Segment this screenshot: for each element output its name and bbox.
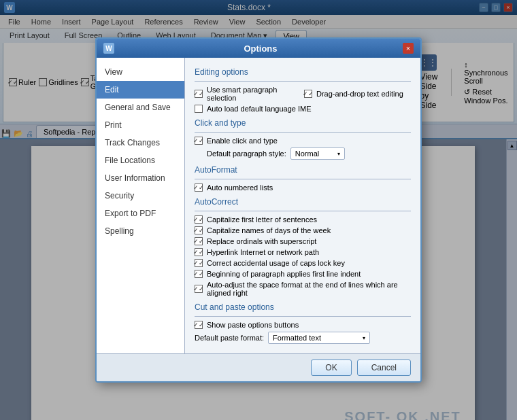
numbered-lists-checkbox[interactable] (195, 183, 203, 192)
nav-security[interactable]: Security (97, 187, 184, 205)
cut-paste-title: Cut and paste options (195, 302, 411, 312)
autocorrect-cb-0[interactable] (195, 215, 203, 224)
auto-load-label: Auto load default language IME (207, 105, 312, 113)
enable-click-type-row: Enable click and type (195, 137, 411, 145)
numbered-lists-label: Auto numbered lists (207, 183, 273, 192)
modal-logo: W (103, 43, 114, 54)
autocorrect-row-5: Beginning of paragraph applies first lin… (195, 270, 411, 278)
autocorrect-cb-2[interactable] (195, 237, 203, 245)
ok-button[interactable]: OK (311, 360, 351, 376)
divider4 (195, 211, 411, 211)
autocorrect-label-4: Correct accidental usage of caps lock ke… (207, 259, 345, 267)
nav-print[interactable]: Print (97, 116, 184, 134)
numbered-lists-row: Auto numbered lists (195, 183, 411, 192)
show-paste-label: Show paste options buttons (207, 321, 299, 329)
modal-title: Options (118, 43, 403, 54)
autocorrect-cb-5[interactable] (195, 270, 203, 278)
autocorrect-row-0: Capitalize first letter of sentences (195, 215, 411, 224)
paragraph-style-dropdown[interactable]: Normal (290, 147, 345, 160)
show-paste-checkbox[interactable] (195, 321, 203, 329)
nav-spelling[interactable]: Spelling (97, 222, 184, 240)
drag-drop-checkbox[interactable] (304, 90, 312, 98)
autocorrect-label-2: Replace ordinals with superscript (207, 237, 316, 245)
divider5 (195, 316, 411, 317)
enable-click-type-label: Enable click and type (207, 137, 278, 145)
autocorrect-label-5: Beginning of paragraph applies first lin… (207, 270, 361, 278)
show-paste-row: Show paste options buttons (195, 321, 411, 329)
autocorrect-cb-6[interactable] (195, 285, 203, 293)
autocorrect-label-3: Hyperlink Internet or network path (207, 248, 319, 256)
drag-drop-label: Drag-and-drop text editing (316, 90, 403, 98)
divider1 (195, 81, 411, 82)
editing-options-rows: Use smart paragraph selection Drag-and-d… (195, 86, 411, 105)
options-dialog: W Options × View Edit General and Save P… (95, 37, 422, 383)
drag-drop-row: Drag-and-drop text editing (304, 86, 411, 102)
nav-user-info[interactable]: User Information (97, 169, 184, 187)
paragraph-style-value: Normal (295, 150, 319, 158)
enable-click-type-checkbox[interactable] (195, 137, 203, 145)
nav-export-pdf[interactable]: Export to PDF (97, 205, 184, 222)
default-format-row: Default paste format: Formatted text (195, 332, 411, 344)
autocorrect-title: AutoCorrect (195, 197, 411, 207)
paste-format-value: Formatted text (273, 334, 321, 342)
auto-load-checkbox[interactable] (195, 105, 203, 113)
modal-close-button[interactable]: × (403, 43, 414, 54)
smart-paragraph-checkbox[interactable] (195, 90, 203, 98)
smart-paragraph-label: Use smart paragraph selection (207, 86, 301, 102)
paste-format-dropdown[interactable]: Formatted text (268, 332, 370, 344)
nav-file-locations[interactable]: File Locations (97, 152, 184, 169)
default-style-row: Default paragraph style: Normal (195, 147, 411, 160)
autocorrect-row-6: Auto-adjust the space format at the end … (195, 281, 411, 297)
autocorrect-row-1: Capitalize names of days of the week (195, 226, 411, 234)
autocorrect-label-6: Auto-adjust the space format at the end … (207, 281, 411, 297)
default-format-label: Default paste format: (195, 334, 264, 342)
editing-options-title: Editing options (195, 67, 411, 77)
modal-sidebar: View Edit General and Save Print Track C… (97, 58, 185, 353)
nav-track-changes[interactable]: Track Changes (97, 134, 184, 152)
autocorrect-cb-3[interactable] (195, 248, 203, 256)
modal-body: View Edit General and Save Print Track C… (97, 58, 420, 353)
autocorrect-label-1: Capitalize names of days of the week (207, 226, 331, 234)
nav-edit[interactable]: Edit (97, 81, 184, 99)
default-style-label: Default paragraph style: (207, 150, 286, 158)
modal-content-pane: Editing options Use smart paragraph sele… (185, 58, 420, 353)
smart-paragraph-row: Use smart paragraph selection (195, 86, 301, 102)
autocorrect-row-4: Correct accidental usage of caps lock ke… (195, 259, 411, 267)
auto-load-row: Auto load default language IME (195, 105, 411, 113)
click-type-title: Click and type (195, 118, 411, 128)
modal-footer: OK Cancel (97, 353, 420, 381)
autocorrect-cb-4[interactable] (195, 259, 203, 267)
autocorrect-cb-1[interactable] (195, 226, 203, 234)
divider2 (195, 132, 411, 133)
autoformat-title: AutoFormat (195, 165, 411, 175)
autocorrect-row-2: Replace ordinals with superscript (195, 237, 411, 245)
autocorrect-row-3: Hyperlink Internet or network path (195, 248, 411, 256)
nav-general-save[interactable]: General and Save (97, 99, 184, 116)
cancel-button[interactable]: Cancel (357, 360, 411, 376)
modal-overlay: W Options × View Edit General and Save P… (0, 0, 517, 420)
nav-view[interactable]: View (97, 63, 184, 81)
autocorrect-label-0: Capitalize first letter of sentences (207, 215, 317, 224)
modal-title-bar: W Options × (97, 39, 420, 58)
divider3 (195, 179, 411, 179)
